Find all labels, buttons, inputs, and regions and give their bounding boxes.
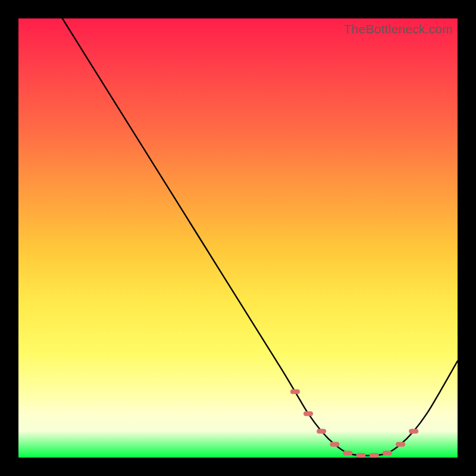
optimal-dot: [356, 453, 366, 458]
optimal-dot: [303, 411, 313, 416]
optimal-dot: [409, 429, 418, 434]
optimal-dot: [383, 451, 392, 456]
optimal-dot: [330, 442, 339, 447]
plot-area: TheBottleneck.com: [18, 18, 458, 458]
chart-svg: [18, 18, 458, 458]
optimal-dot: [396, 442, 405, 447]
optimal-dot: [317, 429, 326, 434]
chart-frame: TheBottleneck.com: [0, 0, 476, 476]
optimal-dot: [343, 451, 353, 456]
optimal-dot: [290, 389, 300, 394]
bottleneck-curve: [62, 18, 458, 456]
optimal-dot: [369, 453, 379, 458]
